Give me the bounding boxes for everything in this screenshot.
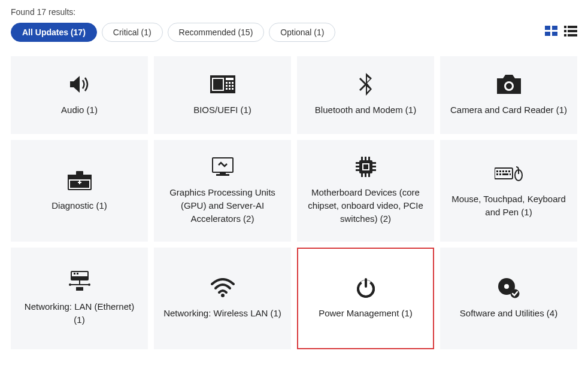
card-label: Networking: LAN (Ethernet) (1)	[18, 300, 141, 327]
lan-icon	[68, 270, 92, 292]
bluetooth-icon	[359, 74, 373, 95]
filter-optional[interactable]: Optional (1)	[269, 23, 335, 42]
filter-recommended[interactable]: Recommended (15)	[168, 23, 265, 42]
svg-rect-17	[226, 85, 228, 87]
camera-icon	[497, 74, 521, 95]
svg-rect-9	[568, 34, 577, 36]
svg-point-24	[506, 83, 512, 89]
svg-rect-6	[564, 30, 566, 32]
svg-rect-2	[545, 32, 550, 36]
card-wifi[interactable]: Networking: Wireless LAN (1)	[154, 248, 291, 349]
svg-rect-59	[510, 173, 511, 175]
card-software[interactable]: Software and Utilities (4)	[440, 248, 577, 349]
filter-all-updates[interactable]: All Updates (17)	[11, 23, 97, 42]
card-label: Audio (1)	[61, 103, 98, 117]
svg-rect-37	[363, 164, 368, 169]
wifi-icon	[211, 277, 235, 298]
filter-critical[interactable]: Critical (1)	[102, 23, 163, 42]
svg-rect-51	[496, 170, 498, 172]
svg-rect-56	[496, 173, 498, 175]
svg-rect-7	[568, 30, 577, 32]
list-view-icon[interactable]	[564, 26, 577, 39]
svg-rect-22	[232, 88, 234, 90]
svg-rect-15	[229, 82, 231, 84]
svg-rect-3	[552, 32, 557, 36]
svg-rect-14	[226, 82, 228, 84]
card-label: Camera and Card Reader (1)	[450, 103, 567, 117]
svg-rect-13	[226, 78, 234, 80]
svg-rect-21	[229, 88, 231, 90]
svg-rect-74	[365, 278, 367, 288]
card-label: Bluetooth and Modem (1)	[315, 103, 416, 117]
card-audio[interactable]: Audio (1)	[11, 56, 148, 134]
svg-point-76	[504, 284, 509, 289]
svg-point-69	[88, 283, 90, 286]
card-label: Mouse, Touchpad, Keyboard and Pen (1)	[447, 193, 570, 219]
svg-rect-55	[508, 170, 510, 172]
svg-rect-40	[368, 157, 370, 160]
results-count: Found 17 results:	[11, 7, 577, 17]
svg-rect-64	[74, 273, 75, 274]
svg-rect-45	[356, 166, 359, 167]
card-motherboard[interactable]: Motherboard Devices (core chipset, onboa…	[297, 140, 434, 242]
svg-rect-38	[361, 157, 363, 160]
power-icon	[355, 277, 377, 298]
svg-rect-54	[505, 170, 507, 172]
chipset-icon	[354, 156, 377, 178]
svg-rect-63	[71, 276, 88, 280]
filter-row: All Updates (17) Critical (1) Recommende…	[11, 23, 577, 42]
grid-view-icon[interactable]	[545, 26, 558, 39]
svg-rect-34	[216, 174, 229, 176]
svg-rect-12	[213, 79, 223, 90]
card-label: Power Management (1)	[319, 307, 413, 320]
card-label: Motherboard Devices (core chipset, onboa…	[304, 186, 427, 225]
svg-rect-70	[76, 287, 83, 291]
svg-rect-27	[76, 171, 83, 176]
svg-rect-19	[232, 85, 234, 87]
software-icon	[497, 277, 521, 298]
card-label: BIOS/UEFI (1)	[193, 103, 251, 117]
card-bluetooth[interactable]: Bluetooth and Modem (1)	[297, 56, 434, 134]
svg-rect-41	[361, 173, 363, 177]
svg-rect-33	[220, 172, 226, 174]
svg-rect-44	[356, 162, 359, 164]
svg-rect-42	[365, 173, 366, 177]
card-diagnostic[interactable]: Diagnostic (1)	[11, 140, 148, 242]
card-power-management[interactable]: Power Management (1)	[297, 248, 434, 349]
card-bios[interactable]: BIOS/UEFI (1)	[154, 56, 291, 134]
svg-rect-52	[499, 170, 501, 172]
svg-rect-58	[502, 173, 508, 175]
svg-rect-43	[368, 173, 370, 177]
card-gpu[interactable]: Graphics Processing Units (GPU) and Serv…	[154, 140, 291, 242]
svg-point-71	[221, 294, 225, 297]
svg-rect-1	[552, 26, 557, 30]
category-grid: Audio (1) BIOS/UEFI (1)	[11, 56, 577, 349]
gpu-icon	[210, 156, 235, 178]
svg-rect-4	[564, 26, 566, 28]
diagnostic-icon	[68, 169, 92, 191]
svg-rect-16	[232, 82, 234, 84]
card-label: Software and Utilities (4)	[460, 307, 557, 320]
svg-rect-48	[372, 166, 376, 167]
svg-rect-5	[568, 26, 577, 28]
svg-rect-65	[77, 273, 78, 274]
svg-rect-20	[226, 88, 228, 90]
svg-rect-8	[564, 34, 566, 36]
svg-rect-49	[372, 169, 376, 171]
card-label: Graphics Processing Units (GPU) and Serv…	[161, 186, 284, 225]
card-lan[interactable]: Networking: LAN (Ethernet) (1)	[11, 248, 148, 349]
svg-rect-46	[356, 169, 359, 171]
svg-point-68	[69, 283, 71, 286]
card-label: Networking: Wireless LAN (1)	[163, 307, 281, 320]
card-label: Diagnostic (1)	[51, 199, 107, 212]
svg-rect-0	[545, 26, 550, 30]
view-toggles	[545, 26, 577, 39]
bios-icon	[210, 74, 235, 95]
mouse-keyboard-icon	[495, 163, 523, 184]
audio-icon	[68, 74, 92, 95]
card-camera[interactable]: Camera and Card Reader (1)	[440, 56, 577, 134]
svg-rect-57	[499, 173, 501, 175]
svg-rect-18	[229, 85, 231, 87]
card-mouse-keyboard[interactable]: Mouse, Touchpad, Keyboard and Pen (1)	[440, 140, 577, 242]
svg-rect-39	[365, 157, 366, 160]
